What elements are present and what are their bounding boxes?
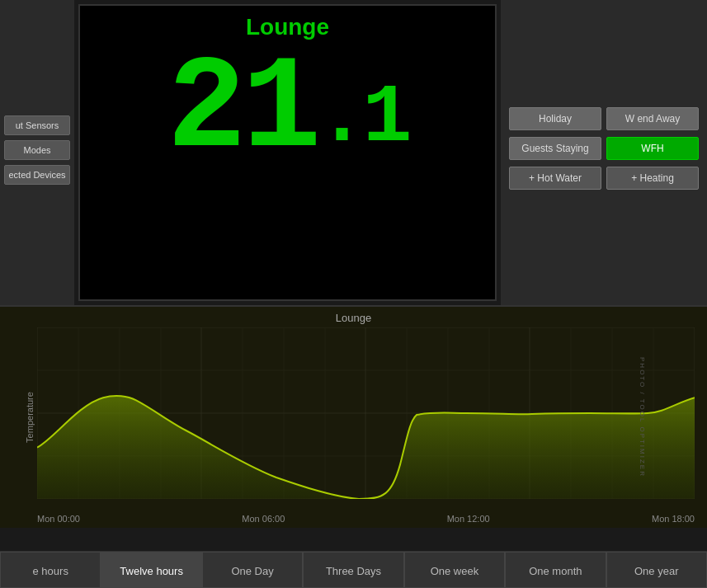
mode-row-3: + Hot Water + Heating [509,167,699,190]
x-tick-2: Mon 12:00 [447,514,490,524]
x-tick-0: Mon 00:00 [37,514,80,524]
one-year-button[interactable]: One year [606,552,707,588]
x-tick-3: Mon 18:00 [652,514,695,524]
input-sensors-button[interactable]: ut Sensors [4,115,70,135]
twelve-hours-button[interactable]: Twelve hours [101,552,201,588]
x-axis: Mon 00:00 Mon 06:00 Mon 12:00 Mon 18:00 [37,514,695,524]
mode-panel: Holiday W end Away Guests Staying WFH + … [501,0,707,305]
x-tick-1: Mon 06:00 [242,514,285,524]
modes-button[interactable]: Modes [4,140,70,160]
chart-title: Lounge [0,307,707,324]
y-axis-label: Temperature [25,392,35,443]
wfh-button[interactable]: WFH [606,137,699,160]
holiday-button[interactable]: Holiday [509,107,601,130]
weekend-away-button[interactable]: W end Away [606,107,699,130]
connected-devices-button[interactable]: ected Devices [4,165,70,185]
watermark: PHOTO / TOOL OPTIMIZER [639,357,647,477]
heating-button[interactable]: + Heating [606,167,699,190]
time-range-bar: e hours Twelve hours One Day Three Days … [0,551,707,588]
left-sidebar: ut Sensors Modes ected Devices [0,0,74,305]
temperature-chart [37,327,695,499]
mode-row-1: Holiday W end Away [509,107,699,130]
guests-staying-button[interactable]: Guests Staying [509,137,601,160]
one-day-button[interactable]: One Day [202,552,303,588]
six-hours-button[interactable]: e hours [0,552,101,588]
temperature-display: Lounge 21.1 [78,4,497,301]
temperature-value: 21.1 [167,45,408,176]
one-month-button[interactable]: One month [505,552,606,588]
mode-row-2: Guests Staying WFH [509,137,699,160]
chart-section: Lounge Temperature 25 20 15 [0,305,707,528]
hot-water-button[interactable]: + Hot Water [509,167,601,190]
three-days-button[interactable]: Three Days [303,552,403,588]
one-week-button[interactable]: One week [404,552,505,588]
